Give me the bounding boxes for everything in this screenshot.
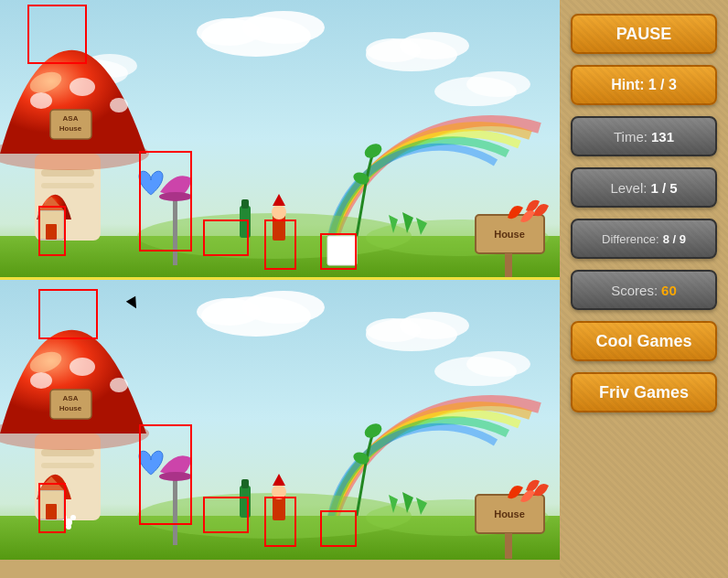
difference-label: Difference: xyxy=(602,232,659,246)
difference-value: 8 / 9 xyxy=(663,232,686,246)
time-value: 131 xyxy=(651,129,674,144)
svg-text:House: House xyxy=(59,124,82,133)
level-display: Level: 1 / 5 xyxy=(571,167,717,208)
pause-button[interactable]: PAUSE xyxy=(571,14,717,54)
hint-label: Hint: xyxy=(611,77,644,93)
svg-rect-80 xyxy=(241,479,249,488)
svg-rect-15 xyxy=(41,169,94,177)
svg-rect-57 xyxy=(41,449,94,456)
svg-text:House: House xyxy=(494,229,525,240)
svg-point-8 xyxy=(466,71,530,97)
svg-point-20 xyxy=(110,98,128,112)
svg-point-66 xyxy=(70,515,76,520)
svg-rect-16 xyxy=(41,183,94,188)
svg-point-3 xyxy=(197,18,261,46)
diff-box-2[interactable] xyxy=(38,206,66,256)
time-display: Time: 131 xyxy=(571,116,717,156)
svg-rect-40 xyxy=(505,253,512,279)
diff-box-1[interactable] xyxy=(27,5,87,64)
svg-point-6 xyxy=(366,38,421,62)
svg-text:House: House xyxy=(59,404,82,412)
svg-point-18 xyxy=(30,92,52,109)
svg-point-62 xyxy=(110,378,128,392)
svg-point-50 xyxy=(366,318,421,342)
svg-text:ASA: ASA xyxy=(63,114,79,123)
diff-box-6[interactable] xyxy=(320,233,357,270)
scores-label: Scores: xyxy=(611,283,658,298)
svg-rect-34 xyxy=(241,199,249,209)
difference-display: Difference: 8 / 9 xyxy=(571,219,717,259)
svg-text:ASA: ASA xyxy=(63,394,79,402)
diff-box-b4[interactable] xyxy=(203,497,249,533)
sidebar: PAUSE Hint: 1 / 3 Time: 131 Level: 1 / 5… xyxy=(560,0,728,578)
svg-point-61 xyxy=(70,358,95,376)
diff-box-b3[interactable] xyxy=(139,424,192,525)
time-label: Time: xyxy=(614,129,648,144)
svg-point-68 xyxy=(66,524,71,530)
friv-games-button[interactable]: Friv Games xyxy=(571,372,717,412)
svg-rect-85 xyxy=(505,533,512,559)
diff-box-b1[interactable] xyxy=(38,289,98,339)
hint-button[interactable]: Hint: 1 / 3 xyxy=(571,65,717,105)
svg-point-60 xyxy=(30,372,52,389)
svg-point-19 xyxy=(70,78,95,96)
level-value: 1 / 5 xyxy=(650,180,677,196)
diff-box-b6[interactable] xyxy=(320,510,357,547)
diff-box-3[interactable] xyxy=(139,151,192,252)
svg-point-36 xyxy=(272,205,286,219)
cool-games-button[interactable]: Cool Games xyxy=(571,321,717,361)
bottom-panel[interactable]: ASA House Hou xyxy=(0,280,560,560)
svg-point-52 xyxy=(466,351,530,377)
game-area: ASA House xyxy=(0,0,560,578)
level-label: Level: xyxy=(610,180,647,196)
diff-box-b2[interactable] xyxy=(38,483,66,533)
diff-box-b5[interactable] xyxy=(264,497,296,547)
diff-box-4[interactable] xyxy=(203,219,249,256)
diff-box-5[interactable] xyxy=(264,219,296,270)
svg-point-47 xyxy=(197,298,261,326)
svg-text:House: House xyxy=(494,508,525,519)
hint-value: 1 / 3 xyxy=(648,77,677,93)
scores-display: Scores: 60 xyxy=(571,270,717,310)
top-panel[interactable]: ASA House xyxy=(0,0,560,280)
scores-value: 60 xyxy=(661,283,677,298)
svg-rect-58 xyxy=(41,463,94,468)
